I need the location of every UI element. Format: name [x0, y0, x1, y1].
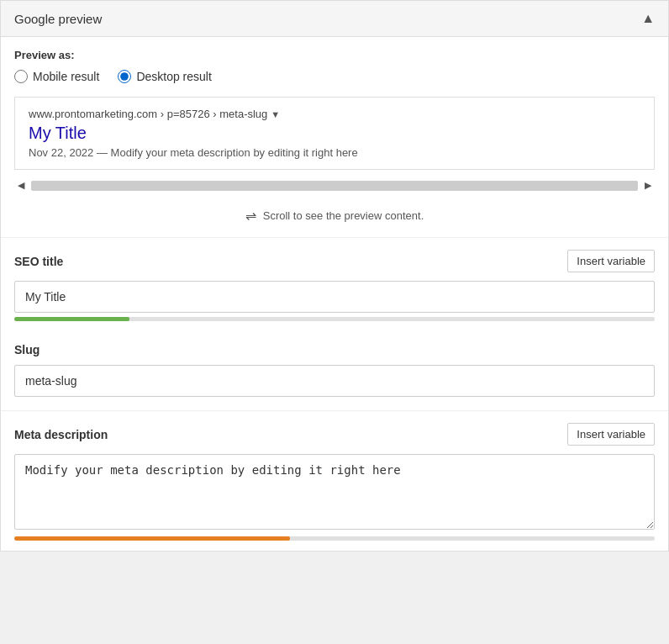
preview-url: www.prontomarketing.com › p=85726 › meta…	[29, 108, 640, 120]
meta-description-label: Meta description	[14, 428, 108, 441]
preview-as-label: Preview as:	[14, 49, 655, 61]
meta-description-progress-bar	[14, 536, 290, 541]
preview-box: www.prontomarketing.com › p=85726 › meta…	[14, 97, 655, 170]
preview-separator: —	[97, 146, 111, 159]
preview-url-text: www.prontomarketing.com › p=85726 › meta…	[29, 108, 267, 120]
desktop-result-label: Desktop result	[136, 70, 211, 83]
slug-input[interactable]	[14, 365, 655, 397]
seo-title-insert-variable-button[interactable]: Insert variable	[567, 250, 655, 272]
scroll-hint-text: Scroll to see the preview content.	[263, 209, 424, 222]
scroll-left-arrow[interactable]: ◀	[14, 178, 28, 193]
preview-desc-text: Modify your meta description by editing …	[111, 146, 358, 159]
desktop-result-radio[interactable]	[118, 70, 131, 83]
seo-title-section: SEO title Insert variable	[14, 238, 655, 321]
preview-title[interactable]: My Title	[29, 124, 640, 143]
collapse-icon[interactable]: ▲	[641, 11, 655, 26]
meta-description-progress-container	[14, 536, 655, 541]
meta-description-section: Meta description Insert variable Modify …	[14, 411, 655, 541]
mobile-result-label: Mobile result	[33, 70, 99, 83]
panel-header: Google preview ▲	[1, 1, 668, 37]
google-preview-panel: Google preview ▲ Preview as: Mobile resu…	[0, 0, 669, 552]
scroll-hint-icon: ⇌	[245, 208, 256, 224]
preview-as-radio-group: Mobile result Desktop result	[14, 70, 655, 83]
seo-title-progress-container	[14, 317, 655, 321]
preview-description: Nov 22, 2022 — Modify your meta descript…	[29, 146, 640, 159]
slug-section-header: Slug	[14, 343, 655, 356]
slug-label: Slug	[14, 343, 40, 356]
seo-title-label: SEO title	[14, 255, 63, 268]
preview-date: Nov 22, 2022	[29, 146, 93, 159]
seo-title-section-header: SEO title Insert variable	[14, 250, 655, 272]
panel-body: Preview as: Mobile result Desktop result…	[1, 37, 668, 541]
mobile-result-radio[interactable]	[14, 70, 28, 83]
scroll-track[interactable]	[31, 181, 638, 191]
scroll-bar-container: ◀ ▶	[14, 178, 655, 193]
seo-title-progress-bar	[14, 317, 129, 321]
desktop-result-option[interactable]: Desktop result	[118, 70, 211, 83]
meta-description-textarea[interactable]: Modify your meta description by editing …	[14, 454, 655, 530]
scroll-hint: ⇌ Scroll to see the preview content.	[14, 201, 655, 237]
slug-section: Slug	[14, 331, 655, 410]
url-dropdown-arrow[interactable]: ▼	[271, 109, 280, 119]
meta-description-section-header: Meta description Insert variable	[14, 423, 655, 446]
seo-title-input[interactable]	[14, 281, 655, 313]
panel-title: Google preview	[14, 12, 102, 26]
meta-description-insert-variable-button[interactable]: Insert variable	[567, 423, 655, 446]
mobile-result-option[interactable]: Mobile result	[14, 70, 99, 83]
scroll-right-arrow[interactable]: ▶	[641, 178, 655, 193]
